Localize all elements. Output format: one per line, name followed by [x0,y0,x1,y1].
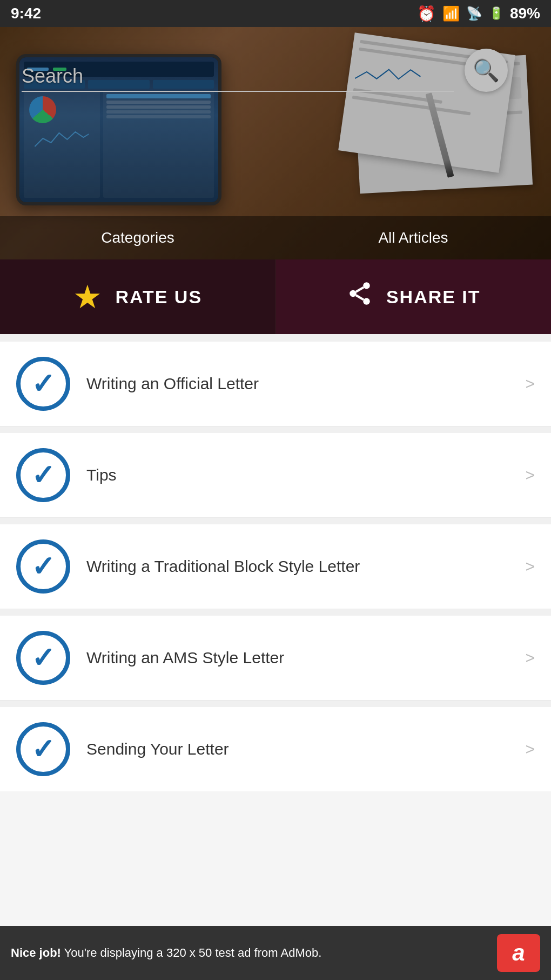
list-item[interactable]: ✓ Writing a Traditional Block Style Lett… [0,524,551,609]
check-icon-3: ✓ [16,539,70,594]
hero-section: Search 🔍 Categories All Articles [0,27,551,259]
status-icons: ⏰ 📶 📡 🔋 89% [417,5,540,23]
check-icon-2: ✓ [16,448,70,502]
wifi-icon: 📶 [442,5,460,22]
ad-text: Nice job! You're displaying a 320 x 50 t… [11,945,486,962]
signal-icon: 📡 [466,6,482,21]
chevron-icon-1: > [525,375,535,393]
svg-point-1 [350,290,357,297]
item-text-4: Writing an AMS Style Letter [86,646,520,669]
battery-percent: 89% [510,5,540,22]
chevron-icon-5: > [525,740,535,758]
ad-banner: Nice job! You're displaying a 320 x 50 t… [0,926,551,980]
svg-line-3 [356,295,364,299]
item-text-3: Writing a Traditional Block Style Letter [86,555,520,578]
action-bar: ★ RATE US SHARE IT [0,259,551,334]
share-it-button[interactable]: SHARE IT [276,259,552,334]
rate-us-label: RATE US [115,286,202,308]
check-icon-4: ✓ [16,631,70,685]
battery-icon: 🔋 [489,6,503,21]
status-time: 9:42 [11,5,41,22]
chevron-icon-4: > [525,649,535,667]
list-item[interactable]: ✓ Writing an AMS Style Letter > [0,616,551,701]
list-item[interactable]: ✓ Tips > [0,433,551,518]
all-articles-button[interactable]: All Articles [276,216,551,259]
all-articles-label: All Articles [378,229,448,246]
article-list: ✓ Writing an Official Letter > ✓ Tips > … [0,334,551,791]
rate-us-button[interactable]: ★ RATE US [0,259,276,334]
svg-line-4 [356,288,364,292]
list-item-partial[interactable]: ✓ Sending Your Letter > [0,707,551,791]
status-bar: 9:42 ⏰ 📶 📡 🔋 89% [0,0,551,27]
check-icon-5: ✓ [16,722,70,776]
svg-point-0 [363,282,370,289]
alarm-icon: ⏰ [417,5,436,23]
categories-button[interactable]: Categories [0,216,276,259]
ad-logo: a [497,934,540,972]
check-icon-1: ✓ [16,357,70,411]
categories-label: Categories [101,229,174,246]
list-item[interactable]: ✓ Writing an Official Letter > [0,342,551,426]
share-it-label: SHARE IT [386,286,481,308]
svg-point-2 [363,298,370,305]
hero-navigation: Categories All Articles [0,216,551,259]
chevron-icon-2: > [525,466,535,484]
admob-icon: a [512,940,525,966]
chevron-icon-3: > [525,557,535,576]
star-icon: ★ [73,278,102,316]
share-icon [346,280,373,314]
item-text-1: Writing an Official Letter [86,372,520,395]
item-text-5: Sending Your Letter [86,738,520,761]
ad-text-bold: Nice job! [11,946,61,959]
item-text-2: Tips [86,464,520,486]
